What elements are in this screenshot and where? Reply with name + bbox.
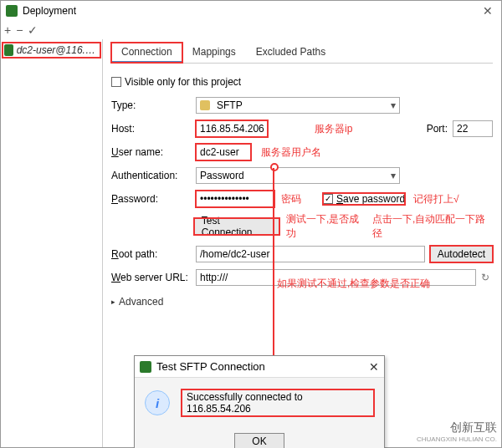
dialog-close-icon[interactable]: ✕ — [369, 360, 379, 374]
test-connection-button[interactable]: Test Connection — [194, 218, 279, 235]
chevron-down-icon: ▾ — [391, 99, 396, 111]
save-password-label: Save password — [336, 193, 405, 205]
password-label: Password: — [111, 193, 191, 205]
autodetect-button[interactable]: Autodetect — [430, 246, 493, 262]
type-label: Type: — [111, 99, 191, 111]
password-input[interactable]: •••••••••••••• — [196, 191, 274, 207]
titlebar: Deployment ✕ — [1, 1, 501, 21]
sftp-icon — [200, 100, 210, 110]
username-input[interactable]: dc2-user — [196, 144, 251, 160]
port-label: Port: — [427, 123, 448, 135]
rootpath-label: Root path: — [111, 248, 191, 260]
remove-button[interactable]: − — [16, 23, 23, 37]
authentication-label: Authentication: — [111, 170, 191, 181]
server-tree-label: dc2-user@116.85.54.20 — [17, 44, 99, 56]
dialog-titlebar: Test SFTP Connection ✕ — [135, 356, 384, 378]
dialog-app-icon — [140, 361, 151, 373]
host-label: Host: — [111, 123, 191, 135]
username-hint: 服务器用户名 — [261, 145, 321, 160]
checkbox-box — [111, 77, 121, 87]
fail-callout: 如果测试不通过,检查参数是否正确 — [277, 277, 430, 291]
dialog-title: Test SFTP Connection — [156, 360, 369, 373]
autodetect-hint: 点击一下,自动匹配一下路径 — [372, 212, 493, 241]
chevron-down-icon: ▾ — [391, 170, 396, 181]
tab-connection[interactable]: Connection — [111, 43, 182, 63]
password-hint: 密码 — [281, 192, 301, 206]
checkbox-box-checked: ✓ — [323, 194, 333, 204]
authentication-select[interactable]: Password ▾ — [196, 167, 400, 184]
port-input[interactable]: 22 — [453, 120, 493, 137]
advanced-label: Advanced — [119, 296, 163, 308]
check-button[interactable]: ✓ — [28, 23, 38, 37]
chevron-right-icon: ▸ — [111, 298, 115, 306]
save-password-checkbox[interactable]: ✓ Save password — [323, 193, 405, 205]
tab-excluded-paths[interactable]: Excluded Paths — [246, 43, 336, 63]
tabs: Connection Mappings Excluded Paths — [111, 43, 493, 64]
toolbar: + − ✓ — [1, 21, 501, 39]
server-tree: dc2-user@116.85.54.20 — [1, 39, 103, 447]
test-connection-hint: 测试一下,是否成功 — [286, 212, 367, 241]
advanced-toggle[interactable]: ▸ Advanced — [111, 296, 493, 308]
test-connection-dialog: Test SFTP Connection ✕ i Successfully co… — [134, 355, 385, 448]
username-label: User name: — [111, 146, 191, 158]
type-select[interactable]: SFTP ▾ — [196, 97, 400, 114]
host-input[interactable]: 116.85.54.206 — [196, 120, 268, 137]
save-password-hint: 记得打上√ — [413, 192, 459, 206]
close-icon[interactable]: ✕ — [479, 4, 496, 18]
browser-icon[interactable]: ↻ — [481, 272, 493, 283]
info-icon: i — [145, 390, 170, 415]
server-icon — [4, 44, 13, 56]
weburl-label: Web server URL: — [111, 272, 191, 283]
annotation-arrow — [273, 166, 274, 360]
app-icon — [6, 5, 18, 17]
visible-only-checkbox[interactable]: Visible only for this project — [111, 76, 241, 88]
visible-only-label: Visible only for this project — [125, 76, 241, 88]
tab-mappings[interactable]: Mappings — [182, 43, 246, 63]
dialog-message: Successfully connected to 116.85.54.206 — [182, 389, 374, 416]
rootpath-input[interactable]: /home/dc2-user — [196, 246, 425, 262]
ok-button[interactable]: OK — [234, 433, 284, 448]
watermark: 创新互联 CHUANGXIN HULIAN CO. — [417, 420, 497, 443]
host-hint: 服务器ip — [315, 122, 352, 136]
add-button[interactable]: + — [4, 23, 11, 37]
authentication-value: Password — [200, 170, 244, 181]
window-title: Deployment — [23, 5, 479, 17]
server-tree-item[interactable]: dc2-user@116.85.54.20 — [3, 43, 100, 58]
type-value: SFTP — [217, 99, 243, 111]
